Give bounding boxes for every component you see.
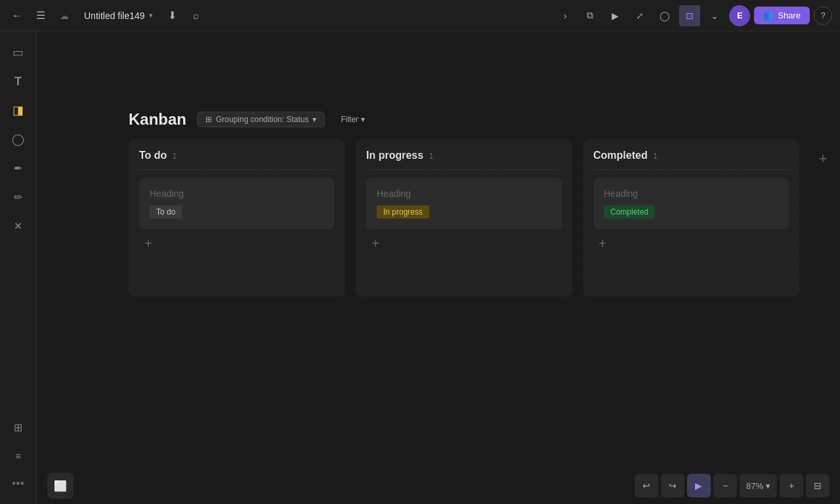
zoom-dropdown-icon: ▾ (766, 481, 770, 491)
menu-button[interactable]: ☰ (32, 7, 50, 25)
column-completed: Completed 1 Heading Completed + (583, 139, 799, 297)
bottombar: ⬜ ↩ ↪ ▶ − 87% ▾ + ⊟ (37, 467, 840, 504)
column-inprogress: In progress 1 Heading In progress + (356, 139, 572, 297)
kanban-header: Kanban ⊞ Grouping condition: Status ▾ Fi… (129, 110, 836, 129)
grouping-label: Grouping condition: Status (216, 115, 308, 124)
sidebar-item-table[interactable]: ⊞ (5, 414, 32, 440)
avatar[interactable]: E (729, 5, 750, 26)
redo-button[interactable]: ↪ (661, 474, 684, 497)
card-heading: Heading (377, 188, 551, 199)
column-todo-divider (139, 169, 335, 170)
topbar-right: › ⧉ ▶ ⤢ ◯ ⊡ ⌄ E 👥 Share ? (555, 5, 832, 26)
add-card-button-completed[interactable]: + (593, 234, 612, 253)
cloud-icon: ☁ (55, 7, 74, 25)
play-button[interactable]: ▶ (604, 5, 625, 26)
sidebar-item-sticky[interactable]: ◨ (5, 97, 32, 123)
main-area: ▭ T ◨ ◯ ✒ ✏ ✕ ⊞ ≡ ••• Kanban ⊞ Grouping … (0, 32, 840, 504)
zoom-level-text: 87% (746, 481, 763, 491)
table-row[interactable]: Heading Completed (593, 178, 789, 229)
kanban-title-text: Kanban (129, 110, 186, 129)
sidebar-item-shape[interactable]: ◯ (5, 126, 32, 152)
back-button[interactable]: ← (8, 7, 26, 25)
file-title-dropdown-icon: ▾ (149, 11, 153, 20)
column-todo-title: To do (139, 150, 167, 161)
column-inprogress-count: 1 (429, 151, 433, 161)
sidebar-item-doc[interactable]: ≡ (5, 443, 32, 469)
zoom-level-button[interactable]: 87% ▾ (740, 474, 777, 497)
chat-button[interactable]: ◯ (654, 5, 675, 26)
share-icon: 👥 (763, 10, 774, 20)
filter-dropdown-icon: ▾ (361, 115, 365, 124)
status-badge: To do (150, 205, 182, 219)
add-card-button-inprogress[interactable]: + (366, 234, 385, 253)
status-badge: In progress (377, 205, 429, 219)
filter-label: Filter (341, 115, 358, 124)
column-completed-count: 1 (653, 151, 658, 161)
sidebar-item-text[interactable]: T (5, 68, 32, 94)
grouping-icon: ⊞ (205, 115, 212, 124)
sidebar-item-connector[interactable]: ✕ (5, 213, 32, 239)
sidebar-more-button[interactable]: ••• (7, 472, 30, 496)
add-card-button-todo[interactable]: + (139, 234, 158, 253)
fit-view-button[interactable]: ⊟ (806, 474, 830, 497)
card-heading: Heading (604, 188, 778, 199)
grouping-condition-button[interactable]: ⊞ Grouping condition: Status ▾ (197, 112, 325, 127)
column-inprogress-title: In progress (366, 150, 423, 161)
zoom-in-button[interactable]: + (780, 474, 803, 497)
download-button[interactable]: ⬇ (163, 7, 182, 25)
file-title-text: Untitled file149 (84, 10, 145, 21)
table-row[interactable]: Heading To do (139, 178, 335, 229)
cursor-tool-button[interactable]: ▶ (687, 474, 711, 497)
column-inprogress-header: In progress 1 (366, 150, 562, 161)
help-button[interactable]: ? (814, 7, 832, 25)
kanban-columns: To do 1 Heading To do + In progress 1 (129, 139, 836, 297)
search-button[interactable]: ⌕ (187, 7, 205, 25)
frame-button[interactable]: ⊡ (679, 5, 700, 26)
canvas-pages-button[interactable]: ⬜ (47, 472, 74, 499)
column-todo-header: To do 1 (139, 150, 335, 161)
topbar-left: ← ☰ ☁ Untitled file149 ▾ ⬇ ⌕ (8, 7, 205, 25)
column-todo-count: 1 (172, 151, 177, 161)
column-todo: To do 1 Heading To do + (129, 139, 345, 297)
column-completed-divider (593, 169, 789, 170)
grouping-dropdown-icon: ▾ (312, 115, 316, 124)
sidebar-item-frame[interactable]: ▭ (5, 39, 32, 66)
copy-button[interactable]: ⧉ (579, 5, 600, 26)
topbar: ← ☰ ☁ Untitled file149 ▾ ⬇ ⌕ › ⧉ ▶ ⤢ ◯ ⊡… (0, 0, 840, 32)
zoom-controls: ↩ ↪ ▶ − 87% ▾ + ⊟ (635, 474, 830, 497)
expand-button[interactable]: ⌄ (704, 5, 725, 26)
column-inprogress-divider (366, 169, 562, 170)
kanban-board: Kanban ⊞ Grouping condition: Status ▾ Fi… (129, 110, 836, 297)
zoom-out-button[interactable]: − (713, 474, 737, 497)
undo-button[interactable]: ↩ (635, 474, 658, 497)
column-completed-title: Completed (593, 150, 648, 161)
add-column-button[interactable]: + (810, 146, 836, 172)
card-heading: Heading (150, 188, 324, 199)
cursor-mode-button[interactable]: ⤢ (629, 5, 650, 26)
share-label: Share (778, 10, 801, 20)
filter-button[interactable]: Filter ▾ (335, 112, 370, 127)
file-title-button[interactable]: Untitled file149 ▾ (79, 8, 158, 24)
sidebar-item-pen[interactable]: ✒ (5, 155, 32, 181)
chevron-right-button[interactable]: › (555, 5, 576, 26)
table-row[interactable]: Heading In progress (366, 178, 562, 229)
sidebar: ▭ T ◨ ◯ ✒ ✏ ✕ ⊞ ≡ ••• (0, 32, 37, 504)
sidebar-item-brush[interactable]: ✏ (5, 184, 32, 210)
column-completed-header: Completed 1 (593, 150, 789, 161)
share-button[interactable]: 👥 Share (754, 7, 810, 24)
status-badge: Completed (604, 205, 655, 219)
canvas[interactable]: Kanban ⊞ Grouping condition: Status ▾ Fi… (37, 32, 840, 504)
